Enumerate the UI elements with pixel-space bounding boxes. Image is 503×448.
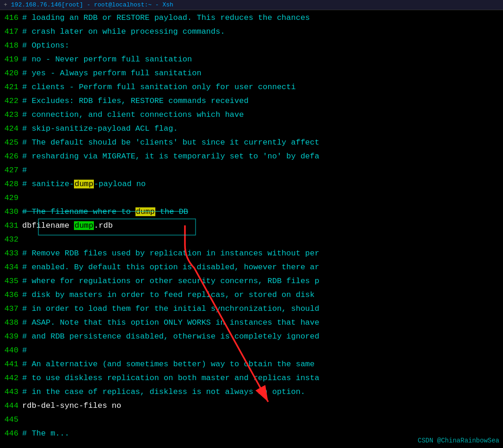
- line-text: # Remove RDB files used by replication i…: [22, 247, 503, 260]
- watermark: CSDN @ChinaRainbowSea: [418, 437, 499, 444]
- line-number: 443: [0, 385, 22, 399]
- line-number: 424: [0, 122, 22, 136]
- text-segment: dump: [135, 207, 155, 216]
- line-number: 418: [0, 39, 22, 53]
- line-text: # in the case of replicas, diskless is n…: [22, 385, 503, 399]
- line-text: # Excludes: RDB files, RESTORE commands …: [22, 94, 503, 108]
- line-number: 446: [0, 427, 22, 441]
- text-segment: dump: [74, 221, 94, 230]
- text-segment: # crash later on while processing comman…: [22, 27, 225, 36]
- text-segment: # yes - Always perform full sanitation: [22, 69, 202, 78]
- line-number: 432: [0, 233, 22, 247]
- line-number: 420: [0, 67, 22, 80]
- title-text: 192.168.76.146[root] - root@localhost:~ …: [11, 1, 173, 8]
- line-number: 419: [0, 53, 22, 67]
- line-number: 435: [0, 274, 22, 288]
- text-segment: # skip-sanitize-payload ACL flag.: [22, 124, 178, 133]
- text-segment: # The m...: [22, 429, 69, 438]
- line-number: 431: [0, 219, 22, 233]
- code-line: 434# enabled. By default this option is …: [0, 260, 503, 274]
- text-segment: # Remove RDB files used by replication i…: [22, 249, 319, 258]
- line-number: 444: [0, 399, 22, 413]
- text-segment: dump: [74, 180, 94, 188]
- code-line: 437# in order to load them for the initi…: [0, 302, 503, 316]
- text-segment: # and RDB persistence disabled, otherwis…: [22, 332, 319, 341]
- line-text: # An alternative (and sometimes better) …: [22, 357, 503, 371]
- text-segment: # to use diskless replication on both ma…: [22, 374, 319, 382]
- text-segment: # ASAP. Note that this option ONLY WORKS…: [22, 318, 319, 327]
- line-number: 437: [0, 302, 22, 316]
- text-segment: # sanitize-: [22, 180, 74, 188]
- text-segment: dbfilename: [22, 221, 74, 230]
- code-line: 419# no - Never perform full sanitation: [0, 53, 503, 67]
- line-text: dbfilename dump.rdb: [22, 219, 503, 233]
- text-segment: # no - Never perform full sanitation: [22, 55, 192, 64]
- line-number: 436: [0, 288, 22, 302]
- line-number: 445: [0, 413, 22, 427]
- text-segment: # disk by masters in order to feed repli…: [22, 291, 315, 299]
- title-plus-icon: +: [4, 1, 7, 8]
- line-number: 422: [0, 94, 22, 108]
- code-line: 432: [0, 233, 503, 247]
- line-number: 428: [0, 177, 22, 191]
- text-segment: # in order to load them for the initial …: [22, 304, 319, 313]
- line-text: # The filename where to dump the DB: [22, 205, 503, 219]
- line-number: 439: [0, 330, 22, 344]
- text-segment: # The default should be 'clients' but si…: [22, 138, 319, 147]
- text-segment: -payload no: [94, 180, 146, 188]
- line-text: # no - Never perform full sanitation: [22, 53, 503, 67]
- code-line: 443# in the case of replicas, diskless i…: [0, 385, 503, 399]
- line-number: 427: [0, 163, 22, 177]
- code-line: 445: [0, 413, 503, 427]
- line-text: # Options:: [22, 39, 503, 53]
- line-number: 421: [0, 80, 22, 94]
- code-line: 433# Remove RDB files used by replicatio…: [0, 247, 503, 260]
- line-text: # disk by masters in order to feed repli…: [22, 288, 503, 302]
- line-text: # yes - Always perform full sanitation: [22, 67, 503, 80]
- code-line: 423# connection, and client connections …: [0, 108, 503, 122]
- code-line: 429: [0, 191, 503, 205]
- text-segment: # resharding via MIGRATE, it is temporar…: [22, 152, 319, 161]
- line-number: 429: [0, 191, 22, 205]
- line-text: # to use diskless replication on both ma…: [22, 371, 503, 385]
- text-segment: # where for regulations or other securit…: [22, 277, 319, 285]
- line-text: #: [22, 344, 503, 357]
- code-line: 430# The filename where to dump the DB: [0, 205, 503, 219]
- line-number: 417: [0, 25, 22, 39]
- line-text: # sanitize-dump-payload no: [22, 177, 503, 191]
- code-line: 426# resharding via MIGRATE, it is tempo…: [0, 150, 503, 163]
- line-text: # The default should be 'clients' but si…: [22, 136, 503, 150]
- line-number: 425: [0, 136, 22, 150]
- line-number: 438: [0, 316, 22, 330]
- text-segment: # enabled. By default this option is dis…: [22, 263, 319, 272]
- text-segment: #: [22, 166, 27, 175]
- line-text: rdb-del-sync-files no: [22, 399, 503, 413]
- line-number: 440: [0, 344, 22, 357]
- text-segment: # Excludes: RDB files, RESTORE commands …: [22, 97, 249, 105]
- line-number: 433: [0, 247, 22, 260]
- code-line: 438# ASAP. Note that this option ONLY WO…: [0, 316, 503, 330]
- code-line: 444rdb-del-sync-files no: [0, 399, 503, 413]
- code-line: 421# clients - Perform full sanitation o…: [0, 80, 503, 94]
- code-line: 442# to use diskless replication on both…: [0, 371, 503, 385]
- line-text: # skip-sanitize-payload ACL flag.: [22, 122, 503, 136]
- terminal-window: + 192.168.76.146[root] - root@localhost:…: [0, 0, 503, 448]
- code-line: 440#: [0, 344, 503, 357]
- title-bar: + 192.168.76.146[root] - root@localhost:…: [0, 0, 503, 10]
- text-segment: # connection, and client connections whi…: [22, 110, 244, 119]
- code-line: 431dbfilename dump.rdb: [0, 219, 503, 233]
- text-segment: # clients - Perform full sanitation only…: [22, 83, 296, 91]
- line-text: # crash later on while processing comman…: [22, 25, 503, 39]
- code-line: 424# skip-sanitize-payload ACL flag.: [0, 122, 503, 136]
- line-number: 441: [0, 357, 22, 371]
- line-number: 423: [0, 108, 22, 122]
- text-segment: # An alternative (and sometimes better) …: [22, 360, 315, 369]
- line-number: 426: [0, 150, 22, 163]
- code-line: 427#: [0, 163, 503, 177]
- text-segment: #: [22, 346, 27, 355]
- line-text: # where for regulations or other securit…: [22, 274, 503, 288]
- text-segment: # loading an RDB or RESTORE payload. Thi…: [22, 13, 310, 22]
- text-segment: # The filename where to: [22, 207, 135, 216]
- code-line: 439# and RDB persistence disabled, other…: [0, 330, 503, 344]
- line-number: 430: [0, 205, 22, 219]
